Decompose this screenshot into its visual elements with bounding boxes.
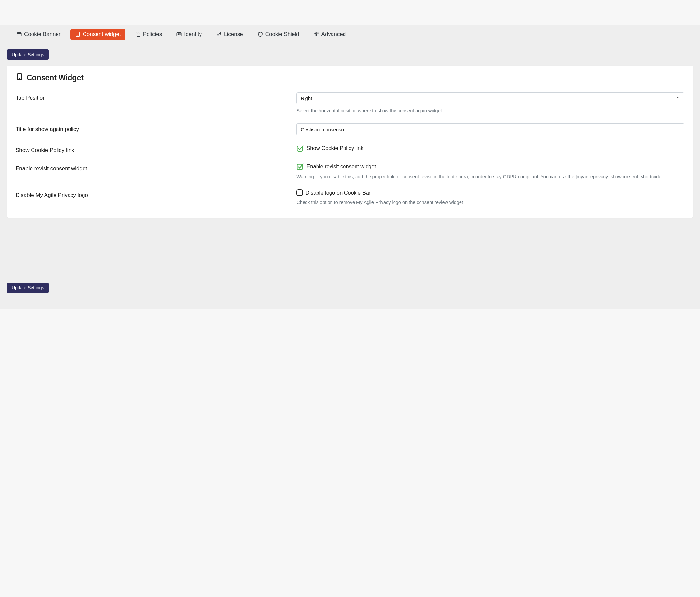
checkbox-enable-revisit[interactable] bbox=[296, 163, 304, 170]
tab-position-select[interactable]: Right bbox=[296, 92, 684, 104]
tab-label: Identity bbox=[184, 31, 202, 38]
card-title: Consent Widget bbox=[16, 73, 684, 82]
tab-label: Cookie Banner bbox=[24, 31, 60, 38]
title-show-again-input[interactable] bbox=[296, 124, 684, 135]
tab-label: Cookie Shield bbox=[265, 31, 299, 38]
bottom-blank bbox=[0, 309, 700, 331]
field-label: Tab Position bbox=[16, 92, 296, 101]
tab-label: Policies bbox=[143, 31, 162, 38]
field-helper: Select the horizontal position where to … bbox=[296, 107, 684, 114]
checkbox-disable-logo[interactable] bbox=[296, 189, 303, 196]
field-helper: Warning: if you disable this, add the pr… bbox=[296, 174, 684, 180]
tab-consent-widget[interactable]: Consent widget bbox=[70, 29, 125, 40]
tab-identity[interactable]: Identity bbox=[172, 29, 206, 40]
tablet-icon bbox=[16, 73, 23, 82]
field-show-cookie-link: Show Cookie Policy link Show Cookie Poli… bbox=[16, 145, 684, 154]
svg-rect-4 bbox=[137, 33, 140, 37]
window-icon bbox=[16, 31, 22, 37]
field-helper: Check this option to remove My Agile Pri… bbox=[296, 199, 684, 206]
field-enable-revisit: Enable revisit consent widget Enable rev… bbox=[16, 163, 684, 180]
tab-position-select-wrap: Right bbox=[296, 92, 684, 104]
field-tab-position: Tab Position Right Select the horizontal… bbox=[16, 92, 684, 114]
update-button-row-bottom: Update Settings bbox=[0, 217, 700, 302]
field-label: Show Cookie Policy link bbox=[16, 145, 296, 154]
svg-rect-5 bbox=[177, 33, 182, 36]
checkbox-label: Enable revisit consent widget bbox=[306, 163, 376, 170]
checkbox-show-cookie-link[interactable] bbox=[296, 145, 304, 152]
sliders-icon bbox=[314, 31, 320, 37]
svg-point-9 bbox=[217, 34, 219, 36]
field-label: Disable My Agile Privacy logo bbox=[16, 189, 296, 199]
copy-icon bbox=[135, 31, 141, 37]
tab-license[interactable]: License bbox=[211, 29, 248, 40]
tab-bar: Cookie Banner Consent widget Policies Id… bbox=[0, 25, 700, 40]
content-area: Cookie Banner Consent widget Policies Id… bbox=[0, 25, 700, 309]
top-blank-bar bbox=[0, 0, 700, 25]
checkbox-label: Show Cookie Policy link bbox=[306, 145, 363, 151]
svg-point-6 bbox=[178, 34, 179, 35]
tab-advanced[interactable]: Advanced bbox=[309, 29, 351, 40]
field-label: Title for show again policy bbox=[16, 124, 296, 132]
tab-cookie-banner[interactable]: Cookie Banner bbox=[12, 29, 65, 40]
update-settings-button-bottom[interactable]: Update Settings bbox=[7, 283, 49, 293]
id-card-icon bbox=[176, 31, 182, 37]
tab-policies[interactable]: Policies bbox=[131, 29, 167, 40]
svg-rect-0 bbox=[17, 33, 21, 36]
tablet-icon bbox=[75, 31, 81, 37]
consent-widget-card: Consent Widget Tab Position Right Select… bbox=[7, 66, 693, 217]
update-settings-button[interactable]: Update Settings bbox=[7, 49, 49, 60]
key-icon bbox=[216, 31, 222, 37]
tab-label: Advanced bbox=[321, 31, 346, 38]
update-button-row-top: Update Settings bbox=[0, 40, 700, 66]
checkbox-label: Disable logo on Cookie Bar bbox=[305, 190, 371, 196]
tab-cookie-shield[interactable]: Cookie Shield bbox=[253, 29, 304, 40]
shield-icon bbox=[257, 31, 263, 37]
svg-point-11 bbox=[315, 33, 316, 34]
field-title-show-again: Title for show again policy bbox=[16, 124, 684, 135]
card-title-text: Consent Widget bbox=[27, 73, 83, 82]
field-disable-logo: Disable My Agile Privacy logo Disable lo… bbox=[16, 189, 684, 206]
tab-label: License bbox=[224, 31, 243, 38]
svg-point-15 bbox=[318, 33, 319, 34]
field-label: Enable revisit consent widget bbox=[16, 163, 296, 172]
tab-label: Consent widget bbox=[82, 31, 121, 38]
svg-point-13 bbox=[316, 35, 317, 36]
